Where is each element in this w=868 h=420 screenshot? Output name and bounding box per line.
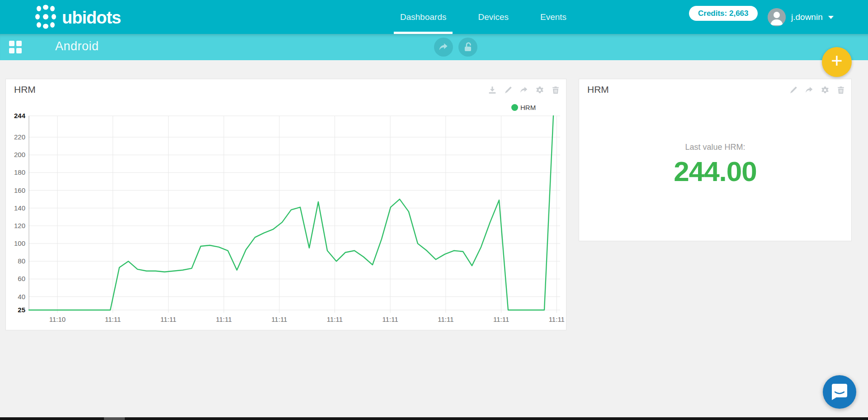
ubidots-logo[interactable]: ubidots bbox=[34, 4, 121, 31]
dashboard-header-bar: Android bbox=[0, 34, 868, 60]
credits-badge[interactable]: Credits: 2,663 bbox=[689, 6, 758, 21]
svg-text:100: 100 bbox=[14, 239, 25, 247]
bottom-task-strip bbox=[0, 417, 868, 420]
svg-text:11:11: 11:11 bbox=[327, 315, 343, 323]
svg-text:11:11: 11:11 bbox=[549, 315, 565, 323]
svg-text:11:11: 11:11 bbox=[216, 315, 231, 323]
share-dashboard-button[interactable] bbox=[434, 38, 453, 57]
unlock-icon bbox=[463, 42, 472, 52]
share-icon[interactable] bbox=[805, 86, 813, 94]
svg-text:220: 220 bbox=[14, 133, 25, 141]
nav-tab-devices[interactable]: Devices bbox=[478, 0, 509, 34]
user-menu[interactable]: j.downin bbox=[768, 0, 834, 34]
username: j.downin bbox=[791, 12, 823, 22]
top-navigation-bar: ubidots Dashboards Devices Events Credit… bbox=[0, 0, 868, 34]
hrm-metric-widget: HRM Last value HRM: 244.00 bbox=[579, 79, 852, 241]
svg-text:60: 60 bbox=[18, 275, 25, 282]
nav-tab-events[interactable]: Events bbox=[540, 0, 566, 34]
svg-text:11:11: 11:11 bbox=[438, 315, 453, 323]
hrm-chart-widget: HRM HRM 11:1011:1111:1111:1111:1111:1111… bbox=[5, 79, 566, 330]
svg-text:80: 80 bbox=[18, 257, 25, 265]
nav-tab-dashboards[interactable]: Dashboards bbox=[400, 0, 446, 34]
svg-text:120: 120 bbox=[14, 222, 25, 229]
svg-text:180: 180 bbox=[14, 168, 25, 176]
svg-text:40: 40 bbox=[18, 293, 25, 301]
lock-dashboard-button[interactable] bbox=[458, 38, 477, 57]
bottom-strip-segment bbox=[104, 417, 125, 420]
svg-text:25: 25 bbox=[18, 306, 25, 314]
dashboard-title: Android bbox=[55, 39, 99, 53]
add-widget-button[interactable]: + bbox=[822, 47, 852, 77]
svg-text:140: 140 bbox=[14, 204, 25, 212]
avatar bbox=[768, 8, 786, 26]
metric-widget-toolbar bbox=[789, 86, 845, 94]
edit-icon[interactable] bbox=[789, 86, 797, 94]
delete-icon[interactable] bbox=[837, 86, 845, 94]
settings-icon[interactable] bbox=[821, 86, 829, 94]
svg-text:244: 244 bbox=[14, 112, 26, 119]
chevron-down-icon bbox=[828, 16, 834, 19]
svg-text:11:10: 11:10 bbox=[49, 315, 66, 323]
share-icon bbox=[439, 43, 448, 52]
widget-title: HRM bbox=[587, 84, 609, 95]
last-value-caption: Last value HRM: bbox=[579, 143, 851, 152]
svg-text:160: 160 bbox=[14, 186, 25, 194]
dashboards-grid-icon[interactable] bbox=[9, 41, 22, 53]
svg-text:11:11: 11:11 bbox=[493, 315, 509, 323]
chat-bubble-icon bbox=[831, 383, 848, 401]
svg-text:11:11: 11:11 bbox=[382, 315, 398, 323]
last-value-number: 244.00 bbox=[579, 155, 851, 187]
main-nav: Dashboards Devices Events bbox=[400, 0, 566, 34]
brand-name: ubidots bbox=[62, 8, 121, 28]
svg-text:200: 200 bbox=[14, 151, 25, 158]
chat-launcher-button[interactable] bbox=[823, 375, 856, 409]
svg-text:11:11: 11:11 bbox=[271, 315, 287, 323]
svg-text:11:11: 11:11 bbox=[105, 315, 121, 323]
svg-text:11:11: 11:11 bbox=[160, 315, 176, 323]
hrm-line-chart[interactable]: 11:1011:1111:1111:1111:1111:1111:1111:11… bbox=[6, 79, 567, 331]
ubidots-logo-icon bbox=[34, 4, 57, 31]
